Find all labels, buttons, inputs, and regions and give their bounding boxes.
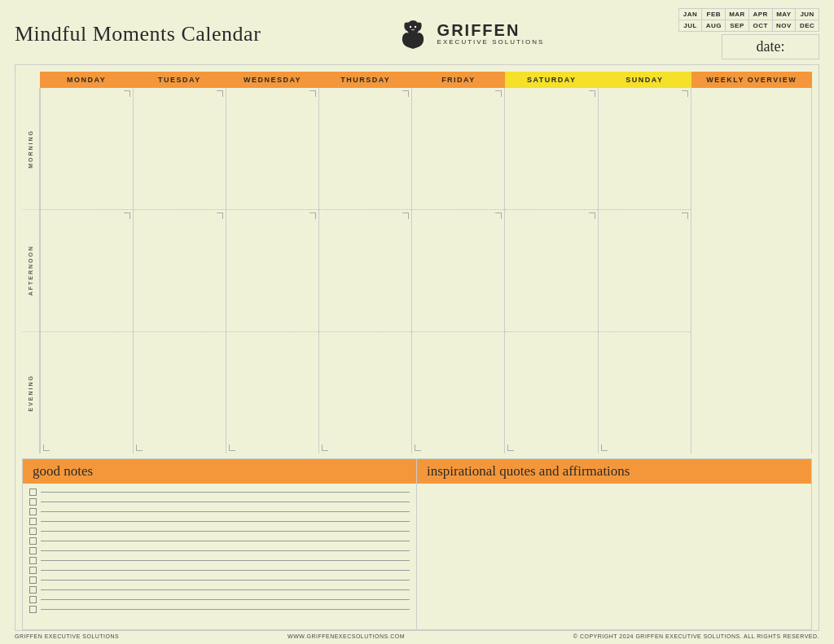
spacer (22, 72, 40, 88)
day-wednesday: WEDNESDAY (226, 72, 318, 88)
note-item-11 (29, 586, 410, 594)
wednesday-morning[interactable] (226, 88, 318, 210)
afternoon-label: AFTERNOON (28, 245, 33, 296)
tuesday-afternoon[interactable] (134, 210, 226, 332)
month-feb: FEB (702, 9, 725, 20)
checkbox-9[interactable] (29, 567, 37, 574)
month-jan: JAN (679, 9, 702, 20)
inspirational-header: inspirational quotes and affirmations (417, 459, 811, 484)
day-monday: MONDAY (40, 72, 133, 88)
afternoon-label-section: AFTERNOON (22, 210, 39, 332)
saturday-afternoon[interactable] (505, 210, 597, 332)
month-apr: APR (749, 9, 772, 20)
checkbox-1[interactable] (29, 488, 37, 496)
sunday-afternoon[interactable] (599, 210, 691, 332)
monday-afternoon[interactable] (41, 210, 133, 332)
month-oct: OCT (749, 20, 772, 31)
column-weekly-overview (691, 88, 812, 453)
note-item-2 (29, 498, 410, 506)
wednesday-evening[interactable] (226, 332, 318, 453)
checkbox-2[interactable] (29, 498, 37, 506)
note-item-7 (29, 547, 410, 554)
month-may: MAY (773, 9, 796, 20)
saturday-morning[interactable] (505, 88, 597, 210)
note-item-1 (29, 488, 410, 496)
friday-morning[interactable] (412, 88, 504, 210)
column-monday (41, 88, 134, 453)
checkbox-10[interactable] (29, 576, 37, 584)
monday-morning[interactable] (41, 88, 133, 210)
page: Mindful Moments Calendar GRIFFEN (0, 0, 834, 644)
weekly-overview-area[interactable] (691, 88, 811, 453)
quotes-area[interactable] (417, 484, 811, 629)
month-nov: NOV (773, 20, 796, 31)
thursday-morning[interactable] (319, 88, 411, 210)
wednesday-afternoon[interactable] (226, 210, 318, 332)
note-item-13 (29, 606, 410, 613)
tuesday-evening[interactable] (134, 332, 226, 453)
footer-right: © COPYRIGHT 2024 GRIFFEN EXECUTIVE SOLUT… (573, 633, 819, 639)
checkbox-8[interactable] (29, 557, 37, 564)
sunday-evening[interactable] (599, 332, 691, 453)
saturday-evening[interactable] (505, 332, 597, 453)
friday-afternoon[interactable] (412, 210, 504, 332)
checkbox-11[interactable] (29, 586, 37, 594)
month-mar: MAR (726, 9, 748, 20)
time-grid: MORNING AFTERNOON EVENING (22, 88, 812, 453)
note-item-3 (29, 508, 410, 515)
checkbox-6[interactable] (29, 537, 37, 545)
month-aug: AUG (702, 20, 725, 31)
month-grid: JAN FEB MAR APR MAY JUN JUL AUG SEP OCT … (678, 8, 819, 32)
line-11 (41, 589, 410, 590)
column-sunday (599, 88, 691, 453)
note-item-8 (29, 557, 410, 564)
footer: GRIFFEN EXECUTIVE SOLUTIONS WWW.GRIFFENE… (15, 631, 819, 639)
column-saturday (505, 88, 598, 453)
evening-label-section: EVENING (22, 332, 39, 453)
column-wednesday (226, 88, 319, 453)
line-9 (41, 570, 410, 571)
line-13 (41, 609, 410, 610)
days-columns (40, 88, 812, 453)
tuesday-morning[interactable] (134, 88, 226, 210)
logo-area: GRIFFEN EXECUTIVE SOLUTIONS (395, 16, 545, 52)
sunday-morning[interactable] (599, 88, 691, 210)
logo-name: GRIFFEN (437, 21, 545, 39)
bottom-wrapper: good notes inspirational quotes and affi… (22, 458, 812, 630)
monday-evening[interactable] (41, 332, 133, 453)
checkbox-12[interactable] (29, 596, 37, 603)
thursday-evening[interactable] (319, 332, 411, 453)
thursday-afternoon[interactable] (319, 210, 411, 332)
line-1 (41, 492, 410, 493)
line-7 (41, 550, 410, 551)
line-8 (41, 560, 410, 561)
morning-label-section: MORNING (22, 88, 39, 210)
line-10 (41, 580, 410, 580)
friday-evening[interactable] (412, 332, 504, 453)
page-title: Mindful Moments Calendar (15, 22, 261, 46)
month-sep: SEP (726, 20, 748, 31)
checkbox-5[interactable] (29, 528, 37, 535)
checkbox-4[interactable] (29, 518, 37, 525)
line-4 (41, 521, 410, 522)
day-tuesday: TUESDAY (133, 72, 226, 88)
weekly-overview: WEEKLY OVERVIEW (691, 72, 812, 88)
line-6 (41, 541, 410, 541)
header: Mindful Moments Calendar GRIFFEN (15, 8, 819, 59)
month-dec: DEC (796, 20, 819, 31)
month-jul: JUL (679, 20, 702, 31)
checkbox-13[interactable] (29, 606, 37, 613)
day-sunday: SUNDAY (598, 72, 691, 88)
checkbox-7[interactable] (29, 547, 37, 554)
note-item-6 (29, 537, 410, 545)
checkbox-3[interactable] (29, 508, 37, 515)
column-thursday (319, 88, 412, 453)
header-date-section: JAN FEB MAR APR MAY JUN JUL AUG SEP OCT … (678, 8, 819, 59)
date-field[interactable]: date: (722, 34, 819, 59)
logo-sub: EXECUTIVE SOLUTIONS (437, 39, 545, 46)
bottom-headers: good notes inspirational quotes and affi… (22, 458, 812, 484)
month-jun: JUN (796, 9, 819, 20)
note-item-12 (29, 596, 410, 603)
notes-list (23, 484, 417, 629)
note-item-10 (29, 576, 410, 584)
